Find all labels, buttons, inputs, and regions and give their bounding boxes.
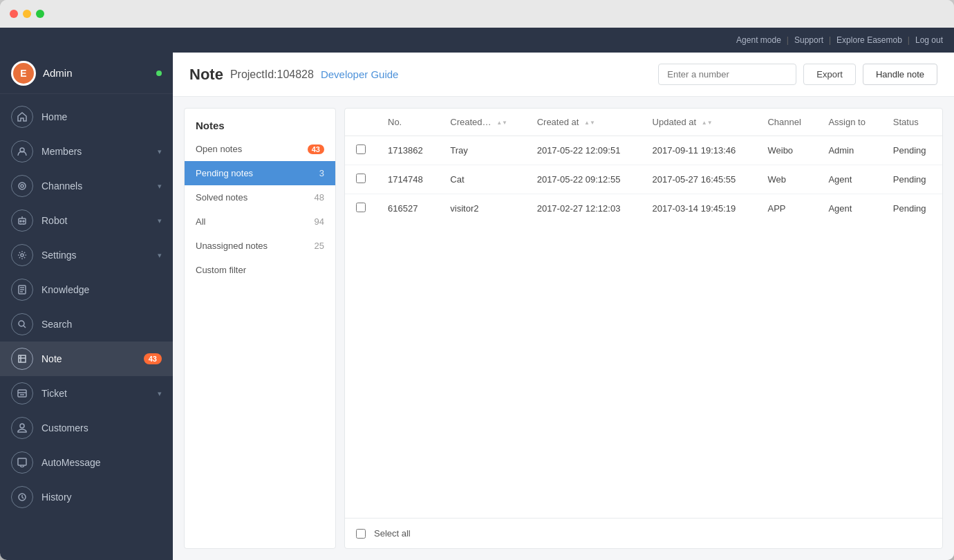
svg-point-4 (20, 221, 21, 222)
explore-link[interactable]: Explore Easemob (836, 35, 902, 45)
filter-open-notes[interactable]: Open notes 43 (185, 137, 335, 161)
sidebar-item-label: Channels (41, 180, 158, 192)
filter-solved-notes[interactable]: Solved notes 48 (185, 185, 335, 209)
svg-rect-9 (18, 390, 26, 397)
sidebar-item-robot[interactable]: Robot ▾ (0, 203, 173, 238)
svg-rect-10 (18, 458, 26, 465)
chevron-icon: ▾ (158, 147, 162, 156)
filter-count: 48 (315, 192, 324, 203)
sidebar-item-home[interactable]: Home (0, 100, 173, 134)
developer-guide-link[interactable]: Developer Guide (321, 68, 399, 80)
sort-created-at-icon: ▲▼ (584, 120, 595, 126)
filter-all[interactable]: All 94 (185, 209, 335, 234)
page-title: Note (189, 66, 223, 84)
note-icon (11, 348, 33, 370)
select-all-checkbox[interactable] (356, 529, 366, 539)
filter-custom[interactable]: Custom filter (185, 258, 335, 282)
sidebar-item-members[interactable]: Members ▾ (0, 134, 173, 169)
sidebar-item-note[interactable]: Note 43 (0, 342, 173, 376)
cell-status: Pending (882, 136, 942, 165)
cell-created-by: Cat (439, 165, 525, 194)
content-body: Notes Open notes 43 Pending notes 3 (173, 97, 954, 560)
cell-no: 616527 (377, 194, 439, 223)
note-number-input[interactable] (658, 64, 796, 85)
maximize-button[interactable] (36, 10, 44, 18)
sidebar-item-automessage[interactable]: AutoMessage (0, 445, 173, 480)
content-header: Note ProjectId:104828 Developer Guide Ex… (173, 53, 954, 97)
sidebar-item-label: Home (41, 111, 162, 122)
history-icon (11, 486, 33, 508)
logout-link[interactable]: Log out (915, 35, 943, 45)
col-status: Status (882, 109, 942, 136)
sort-created-by-icon: ▲▼ (496, 120, 507, 126)
row-checkbox-cell[interactable] (345, 194, 377, 223)
cell-created-at: 2017-02-27 12:12:03 (526, 194, 642, 223)
col-updated-at[interactable]: Updated at ▲▼ (642, 109, 757, 136)
sidebar-item-history[interactable]: History (0, 480, 173, 514)
logo-text: E (20, 68, 26, 79)
top-nav: Agent mode | Support | Explore Easemob |… (0, 28, 954, 53)
cell-channel: Web (756, 165, 817, 194)
table-header-row: No. Created… ▲▼ Created at ▲▼ (345, 109, 942, 136)
row-checkbox-cell[interactable] (345, 165, 377, 194)
sidebar-item-customers[interactable]: Customers (0, 411, 173, 445)
top-nav-links: Agent mode | Support | Explore Easemob |… (736, 35, 943, 45)
channels-icon (11, 175, 33, 197)
row-checkbox[interactable] (356, 203, 366, 212)
divider-2: | (829, 35, 831, 45)
cell-assign-to: Admin (817, 136, 881, 165)
chevron-icon: ▾ (158, 389, 162, 398)
cell-assign-to: Agent (817, 194, 881, 223)
sidebar-item-ticket[interactable]: Ticket ▾ (0, 376, 173, 411)
notes-table: No. Created… ▲▼ Created at ▲▼ (345, 109, 942, 223)
sidebar-item-label: Search (41, 319, 162, 330)
sidebar-item-knowledge[interactable]: Knowledge (0, 272, 173, 307)
agent-mode-link[interactable]: Agent mode (736, 35, 781, 45)
support-link[interactable]: Support (794, 35, 823, 45)
minimize-button[interactable] (23, 10, 31, 18)
sidebar-item-label: Customers (41, 422, 162, 433)
panel-title: Notes (185, 109, 335, 137)
app-container: E Admin Home (0, 53, 954, 560)
filter-count: 94 (315, 216, 324, 227)
divider-3: | (908, 35, 910, 45)
handle-note-button[interactable]: Handle note (863, 64, 937, 85)
row-checkbox[interactable] (356, 144, 366, 154)
cell-status: Pending (882, 165, 942, 194)
right-panel: No. Created… ▲▼ Created at ▲▼ (344, 108, 943, 549)
filter-badge: 43 (308, 144, 324, 154)
sidebar-logo: E (11, 61, 36, 86)
sidebar-item-label: AutoMessage (41, 457, 162, 468)
cell-assign-to: Agent (817, 165, 881, 194)
filter-label: Pending notes (196, 168, 253, 178)
sidebar-header: E Admin (0, 53, 173, 94)
sidebar-item-label: Note (41, 353, 140, 364)
left-panel: Notes Open notes 43 Pending notes 3 (184, 108, 336, 549)
row-checkbox-cell[interactable] (345, 136, 377, 165)
close-button[interactable] (10, 10, 18, 18)
sidebar-item-label: History (41, 492, 162, 503)
svg-point-6 (21, 254, 24, 256)
note-badge: 43 (144, 353, 162, 364)
table-row: 616527 visitor2 2017-02-27 12:12:03 2017… (345, 194, 942, 223)
cell-updated-at: 2017-03-14 19:45:19 (642, 194, 757, 223)
home-icon (11, 106, 33, 128)
chevron-icon: ▾ (158, 182, 162, 191)
sidebar-item-label: Robot (41, 215, 158, 226)
cell-created-at: 2017-05-22 12:09:51 (526, 136, 642, 165)
table-wrapper: No. Created… ▲▼ Created at ▲▼ (345, 109, 942, 518)
table-row: 1714748 Cat 2017-05-22 09:12:55 2017-05-… (345, 165, 942, 194)
sidebar-item-settings[interactable]: Settings ▾ (0, 238, 173, 272)
ticket-icon (11, 382, 33, 404)
filter-unassigned-notes[interactable]: Unassigned notes 25 (185, 234, 335, 258)
sidebar-item-channels[interactable]: Channels ▾ (0, 169, 173, 203)
export-button[interactable]: Export (803, 64, 856, 85)
col-created-at[interactable]: Created at ▲▼ (526, 109, 642, 136)
filter-label: Open notes (196, 144, 242, 154)
filter-pending-notes[interactable]: Pending notes 3 (185, 161, 335, 185)
col-created-by[interactable]: Created… ▲▼ (439, 109, 525, 136)
customers-icon (11, 417, 33, 439)
filter-label: All (196, 216, 205, 227)
sidebar-item-search[interactable]: Search (0, 307, 173, 342)
row-checkbox[interactable] (356, 174, 366, 183)
